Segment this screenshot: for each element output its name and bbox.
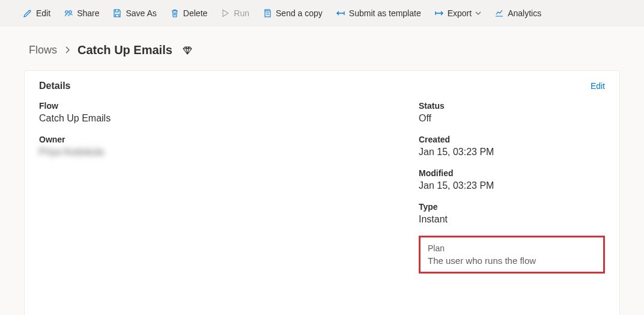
chevron-down-icon: [475, 8, 481, 18]
field-flow: Flow Catch Up Emails: [39, 101, 401, 124]
export-icon: [434, 8, 444, 18]
details-right-column: Status Off Created Jan 15, 03:23 PM Modi…: [419, 101, 605, 274]
flow-label: Flow: [39, 101, 401, 111]
content-area: Flows Catch Up Emails Details Edit Flow …: [0, 26, 644, 315]
toolbar: Edit Share Save As Delete Run Send a cop…: [0, 0, 644, 26]
copy-icon: [263, 8, 272, 18]
status-value: Off: [419, 113, 605, 124]
export-label: Export: [448, 8, 472, 18]
submit-template-button[interactable]: Submit as template: [331, 6, 426, 20]
field-type: Type Instant: [419, 202, 605, 225]
details-grid: Flow Catch Up Emails Owner Priya Kodukul…: [39, 101, 605, 274]
details-card: Details Edit Flow Catch Up Emails Owner …: [24, 70, 620, 315]
field-status: Status Off: [419, 101, 605, 124]
field-modified: Modified Jan 15, 03:23 PM: [419, 168, 605, 191]
export-button[interactable]: Export: [430, 6, 486, 20]
sendcopy-label: Send a copy: [276, 8, 323, 18]
details-left-column: Flow Catch Up Emails Owner Priya Kodukul…: [39, 101, 401, 274]
svg-rect-2: [265, 11, 270, 17]
field-owner: Owner Priya Kodukula: [39, 135, 401, 158]
sendcopy-button[interactable]: Send a copy: [258, 6, 327, 20]
delete-button[interactable]: Delete: [165, 6, 212, 20]
owner-value: Priya Kodukula: [39, 147, 401, 158]
edit-button[interactable]: Edit: [18, 6, 55, 20]
edit-label: Edit: [36, 8, 50, 18]
card-title: Details: [39, 81, 70, 91]
save-icon: [112, 8, 122, 18]
created-value: Jan 15, 03:23 PM: [419, 147, 605, 158]
share-icon: [64, 8, 73, 18]
analytics-button[interactable]: Analytics: [490, 6, 546, 20]
breadcrumb-root[interactable]: Flows: [29, 44, 57, 57]
type-label: Type: [419, 202, 605, 212]
breadcrumb: Flows Catch Up Emails: [24, 41, 620, 70]
analytics-icon: [494, 8, 504, 18]
run-button: Run: [216, 6, 254, 20]
status-label: Status: [419, 101, 605, 111]
flow-value: Catch Up Emails: [39, 113, 401, 124]
owner-label: Owner: [39, 135, 401, 144]
trash-icon: [170, 8, 180, 18]
analytics-label: Analytics: [508, 8, 541, 18]
modified-label: Modified: [419, 168, 605, 178]
pencil-icon: [23, 8, 32, 18]
field-plan-highlighted: Plan The user who runs the flow: [419, 236, 605, 274]
saveas-button[interactable]: Save As: [108, 6, 161, 20]
card-header: Details Edit: [39, 81, 605, 101]
details-edit-link[interactable]: Edit: [591, 81, 605, 91]
plan-value: The user who runs the flow: [428, 255, 596, 266]
delete-label: Delete: [183, 8, 207, 18]
run-label: Run: [234, 8, 249, 18]
premium-icon: [182, 45, 193, 56]
type-value: Instant: [419, 214, 605, 225]
share-button[interactable]: Share: [59, 6, 104, 20]
field-created: Created Jan 15, 03:23 PM: [419, 135, 605, 158]
svg-point-1: [69, 10, 71, 13]
play-icon: [220, 8, 230, 18]
modified-value: Jan 15, 03:23 PM: [419, 180, 605, 191]
arrow-left-right-icon: [336, 8, 345, 18]
submit-template-label: Submit as template: [349, 8, 421, 18]
saveas-label: Save As: [126, 8, 156, 18]
plan-label: Plan: [428, 243, 596, 253]
created-label: Created: [419, 135, 605, 144]
svg-point-0: [65, 10, 68, 13]
breadcrumb-current: Catch Up Emails: [77, 43, 172, 57]
chevron-right-icon: [64, 46, 70, 55]
share-label: Share: [77, 8, 99, 18]
